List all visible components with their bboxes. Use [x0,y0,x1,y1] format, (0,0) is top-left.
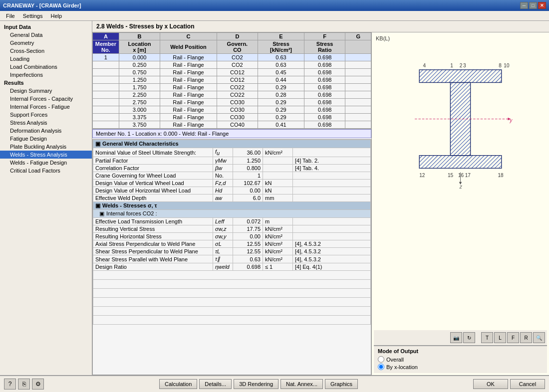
sidebar-item-deformation-analysis[interactable]: Deformation Analysis [0,127,92,135]
table-row[interactable]: 1 0.000 Rail - Flange CO2 0.63 0.698 [93,54,371,61]
table-row[interactable]: 2.250 Rail - Flange CO22 0.28 0.698 [93,91,371,99]
cell-g [345,54,371,61]
menu-file[interactable]: File [2,12,19,20]
cell-co: CO12 [217,69,258,76]
sidebar-item-welds-fatigue[interactable]: Welds - Fatigue Design [0,159,92,167]
detail-row: Nominal Value of Steel Ultimate Strength… [93,148,371,157]
view-top-button[interactable]: T [481,332,493,343]
col-g-subheader [345,40,371,54]
table-row[interactable]: 3.000 Rail - Flange CO30 0.29 0.698 [93,106,371,114]
nat-annex-button[interactable]: Nat. Annex... [280,379,323,389]
view-front-button[interactable]: F [507,332,519,343]
radio-byx-input[interactable] [378,364,384,370]
cell-co: CO2 [217,61,258,69]
cross-section-view: 4 1 2 3 8 10 y 12 15 16 17 18 [374,42,547,330]
cell-g [345,76,371,84]
node-label: 3 [463,63,466,68]
detail-row: Shear Stress Parallel with Weld Plane τ‖… [93,255,371,263]
menu-settings[interactable]: Settings [19,12,47,20]
table-row[interactable]: 3.375 Rail - Flange CO30 0.29 0.698 [93,114,371,121]
cell-g [345,91,371,99]
cell-weld-pos: Rail - Flange [160,54,217,61]
maximize-button[interactable]: □ [529,2,537,9]
calculation-button[interactable]: Calculation [159,379,197,389]
radio-overall-input[interactable] [378,356,384,363]
sidebar-item-support-forces[interactable]: Support Forces [0,111,92,119]
sidebar-item-fatigue-design[interactable]: Fatigue Design [0,135,92,143]
settings-icon-button[interactable]: ⚙ [32,379,44,390]
table-row[interactable]: 0.750 Rail - Flange CO12 0.45 0.698 [93,69,371,76]
table-row[interactable]: 1.250 Rail - Flange CO12 0.44 0.698 [93,76,371,84]
cell-member [93,84,119,91]
copy-button[interactable]: ⎘ [18,379,30,390]
close-button[interactable]: ✕ [538,2,546,9]
cell-co: CO22 [217,84,258,91]
minimize-button[interactable]: ─ [520,2,528,9]
sidebar-section-input: Input Data [0,23,92,31]
main-table: A B C D E F G MemberNo. Locationx [m] [92,32,371,129]
node-label: 4 [423,63,426,68]
cell-co: CO12 [217,76,258,84]
rotate-button[interactable]: ↻ [463,332,475,343]
col-a-header: A [93,33,119,40]
window-controls: ─ □ ✕ [520,2,546,9]
cell-ratio: 0.698 [304,69,345,76]
col-e-subheader: Stress[kN/cm²] [258,40,304,54]
sidebar-item-general-data[interactable]: General Data [0,31,92,39]
main-table-container[interactable]: A B C D E F G MemberNo. Locationx [m] [92,32,371,129]
details-button[interactable]: Details... [199,379,232,389]
detail-row-empty [93,307,371,316]
cell-ratio: 0.698 [304,76,345,84]
col-f-subheader: StressRatio [304,40,345,54]
help-button[interactable]: ? [4,379,16,390]
cell-weld-pos: Rail - Flange [160,114,217,121]
cell-member: 1 [93,54,119,61]
sidebar-item-stress-analysis[interactable]: Stress Analysis [0,119,92,127]
view-left-button[interactable]: L [494,332,506,343]
sidebar-item-critical-load[interactable]: Critical Load Factors [0,167,92,175]
svg-rect-3 [419,156,502,169]
sidebar-item-design-summary[interactable]: Design Summary [0,87,92,95]
zoom-fit-button[interactable]: 🔍 [533,332,545,343]
radio-by-x[interactable]: By x-location [378,364,543,370]
detail-row: Resulting Vertical Stress σw,z 17.75 kN/… [93,225,371,233]
table-row[interactable]: 3.750 Rail - Flange CO40 0.41 0.698 [93,121,371,129]
cell-member [93,114,119,121]
view-right-button[interactable]: R [520,332,532,343]
cancel-button[interactable]: Cancel [510,379,545,389]
table-row[interactable]: 1.750 Rail - Flange CO22 0.29 0.698 [93,84,371,91]
content-header: 2.8 Welds - Stresses by x Location [92,21,549,32]
cell-g [345,106,371,114]
sidebar-item-internal-forces-capacity[interactable]: Internal Forces - Capacity [0,95,92,103]
ok-button[interactable]: OK [473,379,508,389]
rendering-button[interactable]: 3D Rendering [234,379,278,389]
cell-weld-pos: Rail - Flange [160,91,217,99]
sidebar-item-imperfections[interactable]: Imperfections [0,71,92,79]
sidebar-item-plate-buckling[interactable]: Plate Buckling Analysis [0,143,92,151]
sidebar-item-internal-forces-fatigue[interactable]: Internal Forces - Fatigue [0,103,92,111]
cell-location: 3.000 [119,106,160,114]
node-label: 1 [450,63,453,68]
cell-weld-pos: Rail - Flange [160,76,217,84]
cell-location: 0.000 [119,54,160,61]
table-row[interactable]: 2.750 Rail - Flange CO30 0.29 0.698 [93,99,371,106]
detail-row: Design Value of Vertical Wheel Load Fz,d… [93,180,371,187]
cell-stress: 0.29 [258,114,304,121]
table-row[interactable]: 0.250 Rail - Flange CO2 0.63 0.698 [93,61,371,69]
sidebar-item-cross-section[interactable]: Cross-Section [0,47,92,55]
sidebar-item-loading[interactable]: Loading [0,55,92,63]
sidebar-item-load-combinations[interactable]: Load Combinations [0,63,92,71]
cell-g [345,61,371,69]
radio-overall[interactable]: Overall [378,356,543,363]
graphics-button[interactable]: Graphics [325,379,358,389]
cell-member [93,106,119,114]
cell-member [93,76,119,84]
sidebar-item-geometry[interactable]: Geometry [0,39,92,47]
menu-help[interactable]: Help [46,12,66,20]
detail-row: Partial Factor γMw 1.250 [4] Tab. 2. [93,157,371,165]
camera-button[interactable]: 📷 [450,332,462,343]
cell-ratio: 0.698 [304,106,345,114]
col-c-subheader: Weld Position [160,40,217,54]
sidebar-item-welds-stress[interactable]: Welds - Stress Analysis [0,151,92,159]
node-label: 12 [419,173,425,178]
